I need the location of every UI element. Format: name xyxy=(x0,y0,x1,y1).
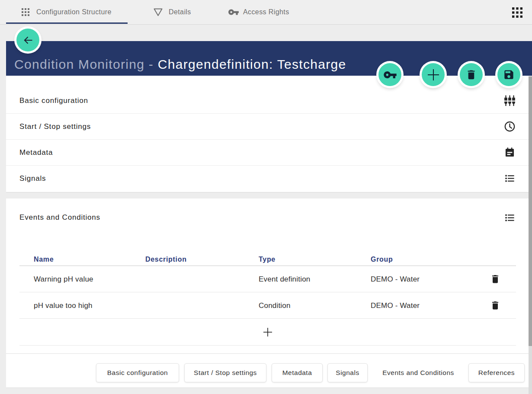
column-header-group: Group xyxy=(371,255,393,264)
tab-details[interactable]: Details xyxy=(154,0,191,24)
access-key-button[interactable] xyxy=(378,63,401,86)
column-header-description: Description xyxy=(145,255,187,264)
add-button[interactable] xyxy=(422,63,445,86)
delete-button[interactable] xyxy=(460,63,483,86)
tab-label: Access Rights xyxy=(243,8,289,16)
events-and-conditions-card: Events and Conditions Name Description T… xyxy=(6,199,529,388)
trash-icon[interactable] xyxy=(490,300,500,311)
scrollbar-thumb[interactable] xyxy=(529,77,532,346)
section-row-signals[interactable]: Signals xyxy=(6,166,529,192)
footer-button-start-stop-settings[interactable]: Start / Stop settings xyxy=(184,363,266,382)
section-label: Basic configuration xyxy=(19,88,88,113)
events-table: Name Description Type Group Warning pH v… xyxy=(19,255,516,346)
plus-icon xyxy=(427,69,439,81)
cell-group: DEMO - Water xyxy=(371,266,420,292)
column-header-type: Type xyxy=(259,255,276,264)
button-label: Signals xyxy=(336,369,359,377)
cell-name: pH value too high xyxy=(34,292,93,319)
tab-label: Configuration Structure xyxy=(36,8,112,16)
section-row-metadata[interactable]: Metadata xyxy=(6,140,529,166)
save-icon xyxy=(503,69,515,80)
footer-button-metadata[interactable]: Metadata xyxy=(272,363,323,382)
active-tab-indicator xyxy=(6,22,128,24)
button-label: Events and Conditions xyxy=(382,369,454,377)
cell-name: Warning pH value xyxy=(34,266,93,292)
cell-group: DEMO - Water xyxy=(371,292,420,319)
back-button[interactable] xyxy=(16,29,39,51)
section-label: Start / Stop settings xyxy=(19,114,91,139)
grid-icon xyxy=(22,8,29,16)
button-label: References xyxy=(478,369,515,377)
footer-button-signals[interactable]: Signals xyxy=(327,363,368,382)
events-table-header: Name Description Type Group xyxy=(19,255,516,266)
add-row-button[interactable] xyxy=(19,319,516,346)
list-icon[interactable] xyxy=(504,212,516,224)
section-label: Signals xyxy=(19,166,46,191)
button-label: Basic configuration xyxy=(107,369,168,377)
apps-grid-icon[interactable] xyxy=(512,7,522,18)
calendar-icon xyxy=(504,147,516,158)
footer-button-references[interactable]: References xyxy=(468,363,525,382)
key-icon xyxy=(383,68,397,82)
key-icon xyxy=(228,6,239,18)
section-label: Metadata xyxy=(19,140,53,165)
column-header-name: Name xyxy=(34,255,54,264)
page-title-prefix: Condition Monitoring - xyxy=(14,57,158,71)
top-tab-bar: Configuration Structure Details Access R… xyxy=(0,0,532,25)
configuration-sections-card: Basic configuration Start / Stop setting… xyxy=(6,76,529,192)
component-sliders-icon xyxy=(504,95,516,106)
section-row-start-stop-settings[interactable]: Start / Stop settings xyxy=(6,114,529,140)
clock-icon xyxy=(504,121,516,132)
button-label: Start / Stop settings xyxy=(194,369,257,377)
footer-divider xyxy=(6,353,529,354)
list-icon xyxy=(504,173,516,184)
footer-button-events-and-conditions[interactable]: Events and Conditions xyxy=(373,363,464,382)
section-row-basic-configuration[interactable]: Basic configuration xyxy=(6,88,529,114)
tab-configuration-structure[interactable]: Configuration Structure xyxy=(22,0,112,24)
funnel-icon xyxy=(154,8,163,16)
tab-access-rights[interactable]: Access Rights xyxy=(228,0,289,24)
footer-button-basic-configuration[interactable]: Basic configuration xyxy=(96,363,179,382)
page-header: Condition Monitoring - Chargendefinition… xyxy=(6,41,532,76)
events-section-title: Events and Conditions xyxy=(19,209,100,226)
page-title: Condition Monitoring - Chargendefinition… xyxy=(14,57,346,72)
table-row[interactable]: Warning pH value Event definition DEMO -… xyxy=(19,266,516,292)
trash-icon[interactable] xyxy=(490,274,500,284)
button-label: Metadata xyxy=(282,369,312,377)
add-row xyxy=(19,319,516,346)
save-button[interactable] xyxy=(497,63,520,86)
trash-icon xyxy=(465,69,477,80)
cell-type: Event definition xyxy=(259,266,310,292)
page-title-main: Chargendefinition: Testcharge xyxy=(158,57,346,71)
tab-label: Details xyxy=(169,8,191,16)
cell-type: Condition xyxy=(259,292,291,319)
arrow-left-icon xyxy=(22,35,34,46)
scrollbar-track[interactable] xyxy=(529,76,532,394)
table-row[interactable]: pH value too high Condition DEMO - Water xyxy=(19,292,516,319)
